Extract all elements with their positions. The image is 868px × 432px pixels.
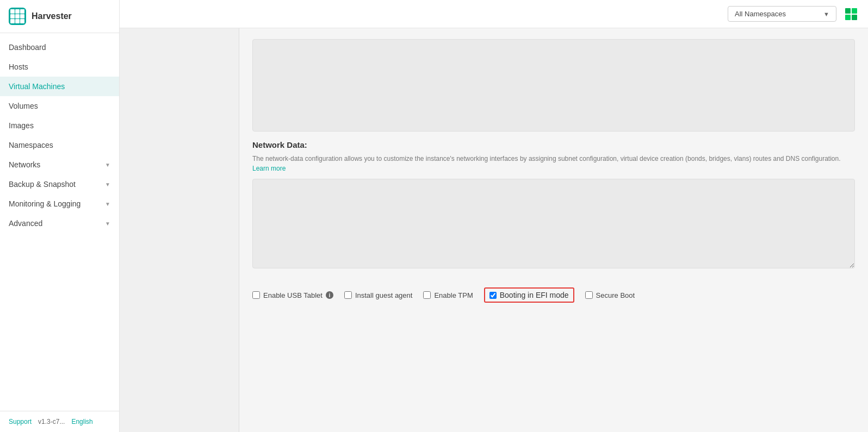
sidebar-item-backup-snapshot[interactable]: Backup & Snapshot ▼ <box>0 174 119 194</box>
user-data-textarea-area <box>252 39 855 132</box>
network-data-description: The network-data configuration allows yo… <box>252 154 855 173</box>
support-link[interactable]: Support <box>9 418 32 425</box>
sidebar-item-advanced[interactable]: Advanced ▼ <box>0 214 119 233</box>
sub-panel <box>120 28 239 432</box>
content-layout: Network Data: The network-data configura… <box>120 28 868 432</box>
secure-boot-input[interactable] <box>585 291 593 299</box>
booting-efi-mode-input[interactable] <box>489 292 497 299</box>
sidebar-item-label: Volumes <box>9 102 38 110</box>
sidebar-item-label: Virtual Machines <box>9 82 65 91</box>
sidebar-footer: Support v1.3-c7... English <box>0 411 119 432</box>
chevron-down-icon: ▼ <box>105 201 110 207</box>
app-logo: Harvester <box>0 0 119 33</box>
booting-efi-mode-label: Booting in EFI mode <box>500 291 569 299</box>
sidebar-item-networks[interactable]: Networks ▼ <box>0 155 119 174</box>
learn-more-link[interactable]: Learn more <box>252 165 286 172</box>
chevron-down-icon: ▼ <box>105 181 110 187</box>
enable-tpm-label: Enable TPM <box>434 291 473 299</box>
install-guest-agent-input[interactable] <box>344 291 352 299</box>
language-selector[interactable]: English <box>71 418 92 425</box>
enable-usb-tablet-label: Enable USB Tablet <box>263 291 323 299</box>
version-label: v1.3-c7... <box>38 418 65 425</box>
sidebar-item-label: Advanced <box>9 219 42 228</box>
sidebar-item-hosts[interactable]: Hosts <box>0 57 119 77</box>
sidebar-item-label: Namespaces <box>9 141 53 149</box>
sidebar-item-label: Hosts <box>9 62 28 71</box>
sidebar-item-virtual-machines[interactable]: Virtual Machines <box>0 77 119 96</box>
booting-efi-mode-checkbox-highlighted[interactable]: Booting in EFI mode <box>484 287 574 303</box>
grid-view-button[interactable] <box>843 6 859 22</box>
install-guest-agent-checkbox[interactable]: Install guest agent <box>344 291 413 299</box>
sidebar-item-monitoring-logging[interactable]: Monitoring & Logging ▼ <box>0 194 119 214</box>
info-icon[interactable]: i <box>326 291 333 299</box>
enable-tpm-input[interactable] <box>423 291 431 299</box>
secure-boot-checkbox[interactable]: Secure Boot <box>585 291 635 299</box>
sidebar-nav: Dashboard Hosts Virtual Machines Volumes… <box>0 33 119 411</box>
namespace-dropdown[interactable]: All Namespaces ▼ <box>728 6 836 22</box>
sidebar: Harvester Dashboard Hosts Virtual Machin… <box>0 0 120 432</box>
topbar: All Namespaces ▼ <box>120 0 868 28</box>
network-data-section: Network Data: The network-data configura… <box>252 140 855 270</box>
enable-tpm-checkbox[interactable]: Enable TPM <box>423 291 473 299</box>
form-area: Network Data: The network-data configura… <box>239 28 868 432</box>
logo-icon <box>9 8 26 25</box>
sidebar-item-dashboard[interactable]: Dashboard <box>0 37 119 57</box>
sidebar-item-namespaces[interactable]: Namespaces <box>0 135 119 155</box>
chevron-down-icon: ▼ <box>823 11 829 17</box>
install-guest-agent-label: Install guest agent <box>355 291 413 299</box>
network-data-textarea[interactable] <box>252 179 855 268</box>
enable-usb-tablet-input[interactable] <box>252 291 260 299</box>
sidebar-item-label: Dashboard <box>9 43 46 52</box>
chevron-down-icon: ▼ <box>105 162 110 168</box>
bottom-checkboxes: Enable USB Tablet i Install guest agent … <box>252 281 855 309</box>
sidebar-item-label: Networks <box>9 160 40 169</box>
network-data-title: Network Data: <box>252 140 855 149</box>
sidebar-item-label: Images <box>9 121 34 130</box>
sidebar-item-images[interactable]: Images <box>0 116 119 135</box>
secure-boot-label: Secure Boot <box>596 291 635 299</box>
chevron-down-icon: ▼ <box>105 221 110 227</box>
sidebar-item-label: Backup & Snapshot <box>9 180 76 189</box>
main-area: All Namespaces ▼ Network Data: The netwo… <box>120 0 868 432</box>
namespace-label: All Namespaces <box>735 10 786 18</box>
app-title: Harvester <box>32 11 72 21</box>
sidebar-item-label: Monitoring & Logging <box>9 199 80 208</box>
enable-usb-tablet-checkbox[interactable]: Enable USB Tablet i <box>252 291 333 299</box>
sidebar-item-volumes[interactable]: Volumes <box>0 96 119 116</box>
